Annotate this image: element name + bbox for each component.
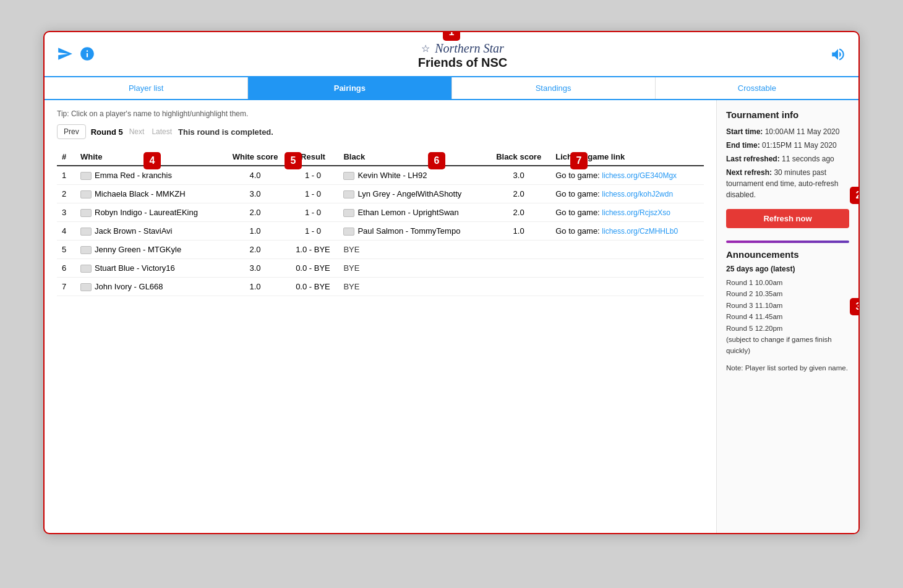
black-player[interactable]: Paul Salmon - TommyTempo xyxy=(338,222,487,241)
white-player[interactable]: John Ivory - GL668 xyxy=(75,278,223,296)
row-num: 2 xyxy=(57,185,75,203)
result: 1.0 - BYE xyxy=(287,241,338,259)
next-refresh-row: Next refresh: 30 minutes past tournament… xyxy=(726,167,849,200)
last-refreshed-value: 11 seconds ago xyxy=(782,155,834,163)
white-player[interactable]: Jack Brown - StaviAvi xyxy=(75,222,223,241)
table-row: 7John Ivory - GL6681.00.0 - BYEBYE xyxy=(57,278,704,296)
latest-button[interactable]: Latest xyxy=(150,125,173,138)
tab-pairings[interactable]: Pairings xyxy=(248,77,452,99)
row-num: 1 xyxy=(57,166,75,185)
tab-standings[interactable]: Standings xyxy=(452,77,656,99)
black-score xyxy=(487,259,550,278)
black-score: 2.0 xyxy=(487,185,550,203)
black-player[interactable]: Ethan Lemon - UprightSwan xyxy=(338,203,487,222)
tournament-title: Friends of NSC xyxy=(95,56,830,70)
col-num: # xyxy=(57,148,75,166)
sidebar: Tournament info Start time: 10:00AM 11 M… xyxy=(716,100,858,533)
row-num: 3 xyxy=(57,203,75,222)
start-time-row: Start time: 10:00AM 11 May 2020 xyxy=(726,126,849,137)
result: 1 - 0 xyxy=(287,203,338,222)
header-right xyxy=(830,46,846,66)
tab-player-list[interactable]: Player list xyxy=(45,77,248,99)
badge-7: 7 xyxy=(570,152,588,169)
prev-button[interactable]: Prev xyxy=(57,124,86,139)
announcement-note: Note: Player list sorted by given name. xyxy=(726,363,849,373)
main-area: Tip: Click on a player's name to highlig… xyxy=(45,100,858,533)
lichess-link[interactable]: lichess.org/GE340Mgx xyxy=(602,171,677,180)
start-time-value: 10:00AM 11 May 2020 xyxy=(765,127,840,136)
white-score: 4.0 xyxy=(223,166,288,185)
refresh-now-button[interactable]: Refresh now xyxy=(726,209,849,228)
col-white-score: White score xyxy=(223,148,288,166)
tournament-info-title: Tournament info xyxy=(726,109,849,120)
lichess-link[interactable]: lichess.org/CzMHHLb0 xyxy=(602,227,678,236)
row-num: 4 xyxy=(57,222,75,241)
table-row: 3Robyn Indigo - LaureatEKing2.01 - 0Etha… xyxy=(57,203,704,222)
announcement-time: 25 days ago (latest) xyxy=(726,265,849,273)
black-score xyxy=(487,241,550,259)
white-score: 2.0 xyxy=(223,241,288,259)
lichess-link[interactable]: lichess.org/RcjszXso xyxy=(602,208,670,217)
white-player[interactable]: Jenny Green - MTGKyle xyxy=(75,241,223,259)
round-navigation: Prev Round 5 Next Latest This round is c… xyxy=(57,124,704,139)
sound-icon[interactable] xyxy=(830,51,846,65)
white-player[interactable]: Robyn Indigo - LaureatEKing xyxy=(75,203,223,222)
announcement-body: Round 1 10.00am Round 2 10.35am Round 3 … xyxy=(726,277,849,357)
next-refresh-label: Next refresh: xyxy=(726,168,772,177)
end-time-label: End time: xyxy=(726,141,760,150)
tabs-bar: Player list Pairings Standings Crosstabl… xyxy=(45,76,858,100)
table-row: 6Stuart Blue - Victory163.00.0 - BYEBYE xyxy=(57,259,704,278)
black-score xyxy=(487,278,550,296)
white-score: 1.0 xyxy=(223,222,288,241)
game-link-cell[interactable]: Go to game: lichess.org/RcjszXso xyxy=(550,203,704,222)
badge-6: 6 xyxy=(428,152,445,169)
badge-4: 4 xyxy=(143,152,161,169)
last-refreshed-row: Last refreshed: 11 seconds ago xyxy=(726,153,849,164)
tournament-header: ☆ Northern Star Friends of NSC xyxy=(95,41,830,70)
last-refreshed-label: Last refreshed: xyxy=(726,155,780,163)
black-score: 2.0 xyxy=(487,203,550,222)
badge-3: 3 xyxy=(850,298,860,315)
announcements-title: Announcements xyxy=(726,249,849,260)
info-icon[interactable] xyxy=(79,46,95,66)
result: 0.0 - BYE xyxy=(287,259,338,278)
white-player[interactable]: Michaela Black - MMKZH xyxy=(75,185,223,203)
announcements-box: Announcements 25 days ago (latest) Round… xyxy=(726,249,849,373)
game-link-cell[interactable]: Go to game: lichess.org/CzMHHLb0 xyxy=(550,222,704,241)
row-num: 7 xyxy=(57,278,75,296)
table-row: 5Jenny Green - MTGKyle2.01.0 - BYEBYE xyxy=(57,241,704,259)
round-status: This round is completed. xyxy=(178,127,273,137)
black-score: 3.0 xyxy=(487,166,550,185)
game-link-cell[interactable]: Go to game: lichess.org/kohJ2wdn xyxy=(550,185,704,203)
white-score: 3.0 xyxy=(223,185,288,203)
game-link-cell xyxy=(550,241,704,259)
end-time-value: 01:15PM 11 May 2020 xyxy=(762,141,837,150)
black-player[interactable]: Kevin White - LH92 xyxy=(338,166,487,185)
table-row: 2Michaela Black - MMKZH3.01 - 0Lyn Grey … xyxy=(57,185,704,203)
badge-1: 1 xyxy=(443,31,460,41)
black-player: BYE xyxy=(338,241,487,259)
game-link-cell xyxy=(550,259,704,278)
table-row: 4Jack Brown - StaviAvi1.01 - 0Paul Salmo… xyxy=(57,222,704,241)
black-player[interactable]: Lyn Grey - AngelWithAShotty xyxy=(338,185,487,203)
game-link-cell xyxy=(550,278,704,296)
col-black: Black xyxy=(338,148,487,166)
black-score: 1.0 xyxy=(487,222,550,241)
end-time-row: End time: 01:15PM 11 May 2020 xyxy=(726,140,849,151)
col-black-score: Black score xyxy=(487,148,550,166)
header-left-icons xyxy=(57,46,95,66)
pairings-table: # White White score Result Black Black s… xyxy=(57,148,704,296)
navigation-icon[interactable] xyxy=(57,46,73,66)
row-num: 5 xyxy=(57,241,75,259)
divider xyxy=(726,241,849,243)
start-time-label: Start time: xyxy=(726,127,763,136)
logo-star: ☆ xyxy=(421,43,430,54)
black-player: BYE xyxy=(338,278,487,296)
lichess-link[interactable]: lichess.org/kohJ2wdn xyxy=(602,190,673,198)
next-button[interactable]: Next xyxy=(128,125,146,138)
badge-2: 2 xyxy=(850,187,860,204)
white-score: 2.0 xyxy=(223,203,288,222)
result: 0.0 - BYE xyxy=(287,278,338,296)
white-player[interactable]: Stuart Blue - Victory16 xyxy=(75,259,223,278)
tab-crosstable[interactable]: Crosstable xyxy=(656,77,858,99)
